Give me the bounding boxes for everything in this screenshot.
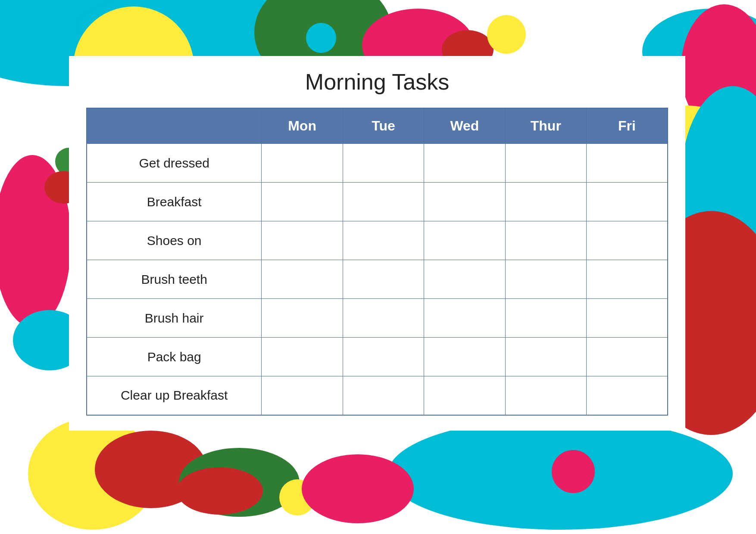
- day-cell[interactable]: [262, 221, 343, 260]
- table-row: Get dressed: [87, 144, 668, 183]
- task-label: Brush hair: [87, 299, 262, 338]
- day-cell[interactable]: [505, 183, 586, 221]
- day-cell[interactable]: [424, 144, 505, 183]
- tasks-table: Mon Tue Wed Thur Fri Get dressedBreakfas…: [86, 108, 668, 416]
- table-row: Brush teeth: [87, 260, 668, 299]
- svg-point-24: [302, 454, 414, 523]
- col-header-tue: Tue: [343, 108, 424, 144]
- day-cell[interactable]: [343, 221, 424, 260]
- day-cell[interactable]: [424, 338, 505, 376]
- table-row: Pack bag: [87, 338, 668, 376]
- day-cell[interactable]: [505, 299, 586, 338]
- task-label: Pack bag: [87, 338, 262, 376]
- day-cell[interactable]: [262, 338, 343, 376]
- task-label: Shoes on: [87, 221, 262, 260]
- svg-point-25: [552, 450, 595, 493]
- day-cell[interactable]: [505, 376, 586, 415]
- day-cell[interactable]: [424, 183, 505, 221]
- task-label: Get dressed: [87, 144, 262, 183]
- day-cell[interactable]: [505, 260, 586, 299]
- day-cell[interactable]: [587, 260, 668, 299]
- task-label: Brush teeth: [87, 260, 262, 299]
- table-row: Clear up Breakfast: [87, 376, 668, 415]
- col-header-thur: Thur: [505, 108, 586, 144]
- day-cell[interactable]: [505, 144, 586, 183]
- svg-point-7: [487, 15, 526, 54]
- day-cell[interactable]: [343, 376, 424, 415]
- task-column-header: [87, 108, 262, 144]
- day-cell[interactable]: [587, 183, 668, 221]
- day-cell[interactable]: [424, 299, 505, 338]
- day-cell[interactable]: [262, 183, 343, 221]
- main-card: Morning Tasks Mon Tue Wed Thur Fri Get d…: [69, 56, 685, 431]
- day-cell[interactable]: [587, 338, 668, 376]
- day-cell[interactable]: [343, 338, 424, 376]
- day-cell[interactable]: [587, 299, 668, 338]
- day-cell[interactable]: [424, 221, 505, 260]
- day-cell[interactable]: [587, 144, 668, 183]
- table-row: Brush hair: [87, 299, 668, 338]
- day-cell[interactable]: [505, 338, 586, 376]
- day-cell[interactable]: [424, 376, 505, 415]
- day-cell[interactable]: [343, 183, 424, 221]
- table-row: Shoes on: [87, 221, 668, 260]
- table-row: Breakfast: [87, 183, 668, 221]
- day-cell[interactable]: [262, 299, 343, 338]
- svg-point-21: [177, 467, 263, 515]
- day-cell[interactable]: [262, 376, 343, 415]
- day-cell[interactable]: [343, 299, 424, 338]
- day-cell[interactable]: [424, 260, 505, 299]
- col-header-wed: Wed: [424, 108, 505, 144]
- day-cell[interactable]: [262, 260, 343, 299]
- day-cell[interactable]: [343, 260, 424, 299]
- col-header-fri: Fri: [587, 108, 668, 144]
- task-label: Clear up Breakfast: [87, 376, 262, 415]
- day-cell[interactable]: [587, 376, 668, 415]
- svg-point-4: [306, 23, 336, 53]
- day-cell[interactable]: [505, 221, 586, 260]
- day-cell[interactable]: [262, 144, 343, 183]
- day-cell[interactable]: [587, 221, 668, 260]
- task-label: Breakfast: [87, 183, 262, 221]
- day-cell[interactable]: [343, 144, 424, 183]
- page-title: Morning Tasks: [86, 69, 668, 95]
- col-header-mon: Mon: [262, 108, 343, 144]
